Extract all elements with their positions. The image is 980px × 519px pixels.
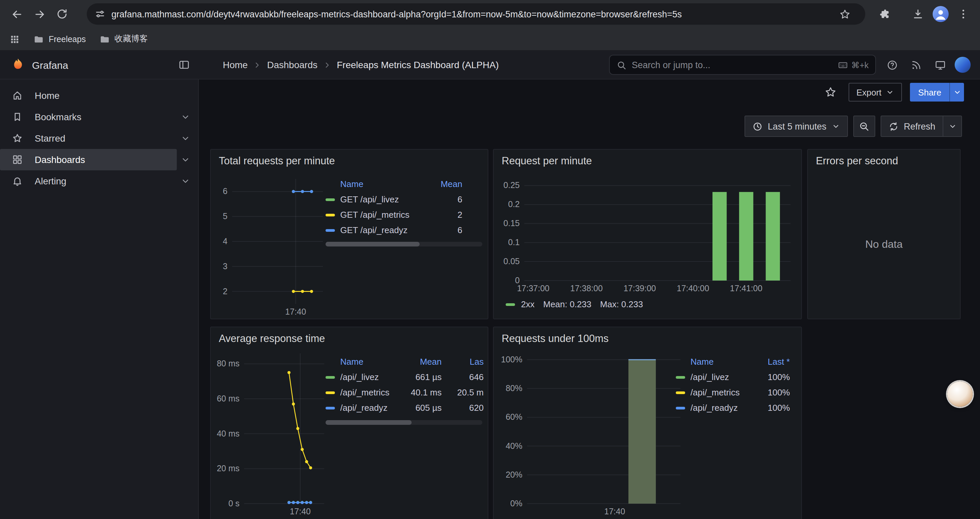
legend-series[interactable]: GET /api/_metrics — [326, 210, 422, 220]
svg-text:80%: 80% — [506, 383, 522, 393]
legend-row: GET /api/_livez6 — [326, 192, 462, 207]
legend-col-name[interactable]: Name — [326, 357, 392, 367]
back-button[interactable] — [7, 5, 26, 23]
browser-chrome: grafana.mathmast.com/d/deytv4rwavabkb/fr… — [0, 0, 980, 51]
downloads-button[interactable] — [908, 5, 927, 23]
refresh-interval-caret[interactable] — [943, 115, 962, 137]
panel-title[interactable]: Errors per second — [808, 150, 960, 167]
browser-menu-button[interactable] — [954, 5, 973, 23]
extensions-button[interactable] — [875, 5, 894, 23]
reload-icon — [56, 8, 68, 20]
assistant-avatar[interactable] — [947, 382, 973, 407]
legend-value: 20.5 m — [442, 387, 484, 398]
user-avatar[interactable] — [955, 57, 970, 73]
panel-left-icon — [178, 59, 190, 71]
monitor-icon — [934, 59, 946, 70]
panel-title[interactable]: Total requests per minute — [211, 150, 488, 167]
chevron-down-icon[interactable] — [177, 108, 194, 126]
legend-scrollbar[interactable] — [326, 242, 482, 246]
requests-under-100ms-chart[interactable]: 0%20%40%60%80%100%17:40 — [499, 347, 686, 519]
share-menu-caret[interactable] — [949, 83, 964, 102]
legend-col-name[interactable]: Name — [676, 357, 750, 367]
site-settings-icon[interactable] — [95, 9, 105, 19]
bookmark-icon — [12, 112, 23, 122]
zoom-out-icon — [859, 121, 869, 132]
chevron-down-icon[interactable] — [177, 129, 194, 147]
legend-scrollbar[interactable] — [326, 420, 482, 425]
legend-value: 100% — [750, 403, 790, 413]
panel-title[interactable]: Requests under 100ms — [494, 327, 801, 345]
sidebar-item-bookmarks[interactable]: Bookmarks — [0, 106, 177, 128]
legend-series[interactable]: /api/_readyz — [676, 403, 750, 413]
help-button[interactable] — [883, 56, 901, 74]
export-button[interactable]: Export — [848, 83, 902, 102]
legend-col[interactable]: Las — [442, 357, 484, 367]
star-outline-icon — [839, 8, 851, 20]
panel-title[interactable]: Request per minute — [494, 150, 801, 167]
chevron-down-icon — [953, 88, 961, 96]
request-per-minute-chart[interactable]: 00.050.10.150.20.2517:37:0017:38:0017:39… — [499, 170, 797, 297]
address-bar[interactable]: grafana.mathmast.com/d/deytv4rwavabkb/fr… — [87, 3, 865, 25]
chevron-down-icon[interactable] — [177, 172, 194, 190]
refresh-button[interactable]: Refresh — [880, 115, 943, 137]
legend-series[interactable]: /api/_livez — [326, 372, 392, 382]
scrollbar-thumb[interactable] — [326, 242, 420, 246]
news-button[interactable] — [907, 56, 925, 74]
time-range-label: Last 5 minutes — [768, 121, 827, 131]
legend-series[interactable]: /api/_metrics — [676, 387, 750, 398]
legend-col[interactable]: Mean — [422, 179, 462, 189]
breadcrumb-home[interactable]: Home — [223, 59, 248, 70]
time-controls: Last 5 minutes Refresh — [745, 115, 962, 137]
svg-text:0.05: 0.05 — [503, 257, 520, 266]
bookmark-folder-freeleaps[interactable]: Freeleaps — [33, 34, 86, 45]
sidebar-row-bookmarks: Bookmarks — [0, 106, 198, 128]
forward-button[interactable] — [30, 5, 49, 23]
svg-text:40 ms: 40 ms — [217, 429, 240, 438]
sidebar-item-starred[interactable]: Starred — [0, 128, 177, 149]
legend-col-name[interactable]: Name — [326, 179, 422, 189]
total-requests-chart[interactable]: 2345617:40 — [215, 170, 328, 320]
url-text[interactable]: grafana.mathmast.com/d/deytv4rwavabkb/fr… — [111, 9, 833, 19]
share-button[interactable]: Share — [910, 83, 949, 102]
home-icon — [12, 90, 23, 101]
search-input[interactable]: Search or jump to... ⌘+k — [609, 55, 876, 75]
kiosk-mode-button[interactable] — [931, 56, 949, 74]
scrollbar-thumb[interactable] — [326, 420, 412, 425]
favorite-dashboard-button[interactable] — [820, 83, 840, 102]
breadcrumb-current: Freeleaps Metrics Dashboard (ALPHA) — [337, 59, 499, 70]
legend-table: NameMeanGET /api/_livez6GET /api/_metric… — [326, 176, 481, 238]
legend-series[interactable]: GET /api/_livez — [326, 194, 422, 204]
panel-title[interactable]: Average response time — [211, 327, 488, 345]
zoom-out-button[interactable] — [853, 115, 875, 137]
svg-text:0.25: 0.25 — [503, 180, 520, 190]
svg-text:0 s: 0 s — [229, 498, 240, 508]
legend-col[interactable]: Mean — [392, 357, 442, 367]
average-response-time-chart[interactable]: 0 s20 ms40 ms60 ms80 ms17:40 — [215, 347, 328, 519]
legend-col[interactable]: Last * — [750, 357, 790, 367]
legend-series[interactable]: /api/_livez — [676, 372, 750, 382]
legend-series[interactable]: /api/_metrics — [326, 387, 392, 398]
browser-profile-button[interactable] — [931, 5, 950, 23]
chevron-down-icon[interactable] — [177, 151, 194, 168]
apps-shortcut[interactable] — [10, 34, 20, 45]
legend-series[interactable]: /api/_readyz — [326, 403, 392, 413]
apps-icon — [12, 154, 23, 165]
panel-average-response-time: Average response time 0 s20 ms40 ms60 ms… — [210, 327, 488, 519]
sidebar-item-home[interactable]: Home — [0, 85, 194, 106]
series-name[interactable]: 2xx — [521, 299, 535, 309]
svg-text:40%: 40% — [506, 441, 522, 450]
breadcrumb-dashboards[interactable]: Dashboards — [267, 59, 318, 70]
sidebar-item-alerting[interactable]: Alerting — [0, 170, 177, 192]
legend-value: 646 — [442, 372, 484, 382]
bookmark-folder-blogs[interactable]: 收藏博客 — [99, 34, 148, 45]
dock-menu-toggle[interactable] — [175, 56, 194, 74]
bookmark-star-icon[interactable] — [839, 8, 857, 20]
grafana-logo[interactable] — [11, 57, 25, 72]
browser-profile-avatar — [932, 6, 949, 22]
time-range-picker[interactable]: Last 5 minutes — [745, 115, 848, 137]
reload-button[interactable] — [53, 5, 72, 23]
dashboard-content: Export Share Last 5 minutes — [199, 80, 980, 519]
sidebar-item-dashboards[interactable]: Dashboards — [0, 149, 177, 170]
legend-series[interactable]: GET /api/_readyz — [326, 225, 422, 235]
header-actions — [876, 56, 980, 74]
